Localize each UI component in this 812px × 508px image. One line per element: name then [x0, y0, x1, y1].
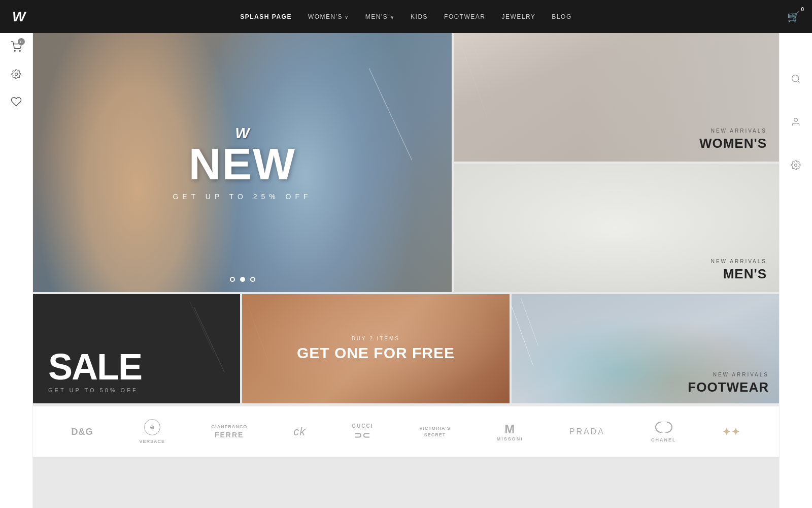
nav-footwear[interactable]: FOOTWEAR: [444, 13, 485, 20]
chanel-label: CHANEL: [651, 437, 676, 442]
footwear-label: NEW ARRIVALS FOOTWEAR: [688, 372, 769, 395]
right-sidebar: [779, 33, 812, 508]
svg-point-0: [14, 50, 15, 51]
footwear-new-arrivals: NEW ARRIVALS: [688, 372, 769, 377]
vs-line1: VICTORIA'S: [420, 425, 451, 432]
svg-point-8: [794, 118, 798, 122]
versace-symbol: ⊕: [144, 419, 160, 435]
sale-title: SALE: [48, 348, 225, 385]
gucci-symbol: ⊃⊂: [352, 430, 373, 441]
brand-victorias-secret[interactable]: VICTORIA'S SECRET: [420, 425, 451, 438]
brands-bar: D&G ⊕ VERSACE GIANFRANCO FERRE ck GUCCI …: [33, 406, 779, 457]
right-panels: NEW ARRIVALS WOMEN'S NEW ARRIVALS MEN'S: [454, 33, 779, 292]
brand-gianfranco[interactable]: GIANFRANCO FERRE: [211, 424, 247, 439]
brand-ck[interactable]: ck: [293, 425, 306, 438]
svg-rect-5: [661, 422, 667, 432]
content-area: W NEW GET UP TO 25% OFF: [33, 33, 779, 508]
mens-label: NEW ARRIVALS MEN'S: [699, 248, 779, 292]
carousel-dot-1[interactable]: [230, 277, 235, 282]
mens-panel[interactable]: NEW ARRIVALS MEN'S: [454, 164, 779, 292]
main-nav: SPLASH PAGE WOMEN'S MEN'S KIDS FOOTWEAR …: [240, 13, 571, 20]
svg-point-6: [792, 75, 799, 82]
gucci-name: GUCCI: [352, 423, 373, 429]
promo-panel[interactable]: BUY 2 ITEMS GET ONE FOR FREE: [242, 294, 510, 403]
ck-label: ck: [293, 425, 306, 438]
left-sidebar: 0: [0, 33, 33, 508]
brand-gucci[interactable]: GUCCI ⊃⊂: [352, 423, 373, 441]
nav-kids[interactable]: KIDS: [411, 13, 428, 20]
promo-buy-label: BUY 2 ITEMS: [297, 336, 455, 341]
sale-decor-2: [190, 302, 214, 353]
svg-point-1: [19, 50, 20, 51]
womens-panel[interactable]: NEW ARRIVALS WOMEN'S: [454, 33, 779, 162]
carousel-dot-3[interactable]: [250, 277, 255, 282]
main-wrapper: 0 W NEW: [0, 33, 812, 508]
mens-new-arrivals: NEW ARRIVALS: [711, 259, 767, 264]
prada-label: PRADA: [569, 427, 605, 436]
hero-content: W NEW GET UP TO 25% OFF: [173, 124, 312, 201]
mens-category: MEN'S: [723, 266, 767, 281]
brand-dg-label: D&G: [72, 427, 93, 437]
sidebar-cart-icon[interactable]: 0: [11, 41, 22, 55]
cart-badge: 0: [801, 7, 804, 12]
search-icon[interactable]: [791, 74, 801, 86]
footwear-category: FOOTWEAR: [688, 379, 769, 395]
cart-icon[interactable]: 🛒 0: [787, 11, 800, 23]
brand-missoni[interactable]: M MISSONI: [497, 422, 523, 441]
carousel-dot-2[interactable]: [240, 277, 245, 282]
nav-splash-page[interactable]: SPLASH PAGE: [240, 13, 292, 20]
sale-subtitle: GET UP TO 50% OFF: [48, 387, 225, 393]
main-grid: W NEW GET UP TO 25% OFF: [33, 33, 779, 406]
brand-dg[interactable]: D&G: [72, 427, 93, 437]
footwear-panel[interactable]: NEW ARRIVALS FOOTWEAR: [512, 294, 779, 403]
sale-panel[interactable]: SALE GET UP TO 50% OFF: [33, 294, 240, 403]
womens-new-arrivals: NEW ARRIVALS: [699, 128, 767, 134]
user-icon[interactable]: [791, 117, 801, 130]
chanel-symbol: [655, 421, 673, 436]
hero-carousel-dots: [230, 277, 255, 282]
nav-blog[interactable]: BLOG: [552, 13, 571, 20]
nav-womens[interactable]: WOMEN'S: [308, 13, 349, 20]
hero-headline: NEW: [173, 142, 312, 186]
sidebar-cart-badge: 0: [18, 38, 25, 45]
missoni-label: MISSONI: [497, 436, 523, 441]
womens-category: WOMEN'S: [699, 136, 767, 151]
brand-versace-wings[interactable]: ✦✦: [722, 426, 740, 438]
sidebar-wishlist-icon[interactable]: [11, 96, 22, 110]
brand-prada[interactable]: PRADA: [569, 427, 605, 436]
brand-versace[interactable]: ⊕ VERSACE: [140, 419, 165, 444]
nav-mens[interactable]: MEN'S: [365, 13, 394, 20]
svg-point-2: [15, 73, 18, 76]
wings-symbol: ✦✦: [722, 426, 740, 437]
hero-subtitle: GET UP TO 25% OFF: [173, 193, 312, 201]
header-logo[interactable]: W: [12, 9, 24, 25]
hero-banner[interactable]: W NEW GET UP TO 25% OFF: [33, 33, 452, 292]
right-settings-icon[interactable]: [791, 160, 801, 173]
svg-point-9: [795, 164, 797, 167]
bottom-row: SALE GET UP TO 50% OFF BUY 2 ITEMS GET O…: [33, 294, 779, 403]
promo-content: BUY 2 ITEMS GET ONE FOR FREE: [297, 336, 455, 362]
womens-label: NEW ARRIVALS WOMEN'S: [687, 118, 779, 162]
sidebar-settings-icon[interactable]: [11, 69, 21, 82]
nav-jewelry[interactable]: JEWELRY: [501, 13, 535, 20]
svg-line-7: [798, 81, 800, 83]
promo-main-title: GET ONE FOR FREE: [297, 344, 455, 362]
header: W SPLASH PAGE WOMEN'S MEN'S KIDS FOOTWEA…: [0, 0, 812, 33]
brand-versace-label: VERSACE: [140, 439, 165, 444]
gianfranco-line1: GIANFRANCO: [211, 424, 247, 430]
gianfranco-line2: FERRE: [211, 430, 247, 439]
brand-chanel[interactable]: CHANEL: [651, 421, 676, 442]
vs-line2: SECRET: [420, 432, 451, 438]
missoni-m: M: [497, 422, 523, 436]
